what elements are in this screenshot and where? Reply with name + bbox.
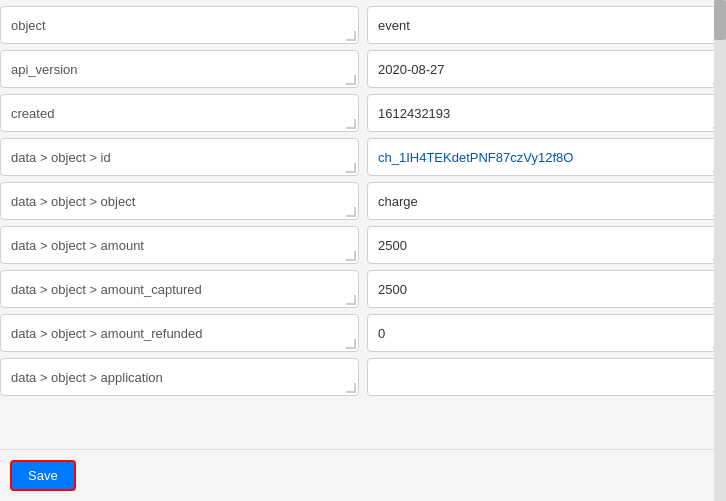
table-row: data > object > amount_captured2500 bbox=[0, 270, 726, 308]
table-row: created1612432193 bbox=[0, 94, 726, 132]
partial-right-field bbox=[367, 358, 726, 396]
field-value-1: 2020-08-27 bbox=[367, 50, 726, 88]
table-row: data > object > objectcharge bbox=[0, 182, 726, 220]
table-row: api_version2020-08-27 bbox=[0, 50, 726, 88]
field-key-4: data > object > object bbox=[0, 182, 359, 220]
fields-list: objecteventapi_version2020-08-27created1… bbox=[0, 0, 726, 462]
field-value-2: 1612432193 bbox=[367, 94, 726, 132]
field-key-1: api_version bbox=[0, 50, 359, 88]
main-container: objecteventapi_version2020-08-27created1… bbox=[0, 0, 726, 501]
field-value-6: 2500 bbox=[367, 270, 726, 308]
field-value-4: charge bbox=[367, 182, 726, 220]
save-button[interactable]: Save bbox=[10, 460, 76, 491]
field-value-5: 2500 bbox=[367, 226, 726, 264]
table-row: objectevent bbox=[0, 6, 726, 44]
scrollbar[interactable] bbox=[714, 0, 726, 501]
field-key-7: data > object > amount_refunded bbox=[0, 314, 359, 352]
field-key-5: data > object > amount bbox=[0, 226, 359, 264]
field-value-3: ch_1IH4TEKdetPNF87czVy12f8O bbox=[367, 138, 726, 176]
table-row: data > object > amount_refunded0 bbox=[0, 314, 726, 352]
field-key-6: data > object > amount_captured bbox=[0, 270, 359, 308]
partial-row: data > object > application bbox=[0, 358, 726, 396]
table-row: data > object > idch_1IH4TEKdetPNF87czVy… bbox=[0, 138, 726, 176]
field-key-0: object bbox=[0, 6, 359, 44]
field-key-2: created bbox=[0, 94, 359, 132]
table-row: data > object > amount2500 bbox=[0, 226, 726, 264]
field-value-0: event bbox=[367, 6, 726, 44]
partial-left-label: data > object > application bbox=[11, 370, 163, 385]
bottom-bar: Save bbox=[0, 449, 726, 501]
field-value-7: 0 bbox=[367, 314, 726, 352]
scrollbar-thumb[interactable] bbox=[714, 0, 726, 40]
field-key-3: data > object > id bbox=[0, 138, 359, 176]
partial-left-field: data > object > application bbox=[0, 358, 359, 396]
